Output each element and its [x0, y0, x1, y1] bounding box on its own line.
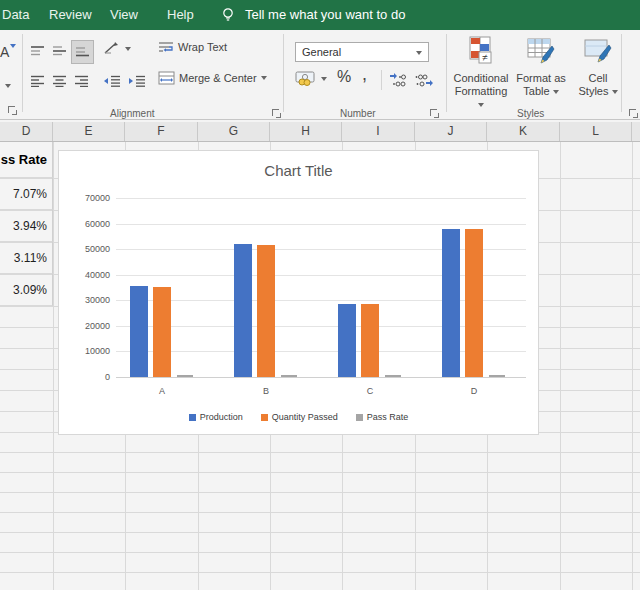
alignment-dialog-launcher-icon[interactable]: [272, 109, 281, 118]
y-axis-tick-label: 30000: [70, 295, 110, 305]
column-header-D[interactable]: D: [0, 122, 53, 141]
gridline: [0, 492, 640, 493]
column-header-L[interactable]: L: [560, 122, 632, 141]
tab-review[interactable]: Review: [49, 0, 92, 30]
align-left-button[interactable]: [30, 73, 45, 91]
bar-production-A[interactable]: [130, 286, 148, 377]
bar-quantity-passed-C[interactable]: [361, 304, 379, 377]
wrap-text-button[interactable]: Wrap Text: [158, 40, 227, 54]
dropdown-arrow[interactable]: [416, 51, 422, 55]
format-as-table-button[interactable]: Format as Table: [513, 36, 569, 98]
column-header-E[interactable]: E: [53, 122, 125, 141]
styles-group-label: Styles: [517, 108, 544, 119]
bar-quantity-passed-B[interactable]: [257, 245, 275, 377]
cell-pass-rate-value[interactable]: 3.09%: [0, 274, 53, 306]
cell-pass-rate-value[interactable]: 3.11%: [0, 242, 53, 274]
embedded-bar-chart[interactable]: Chart Title 0100002000030000400005000060…: [58, 150, 539, 435]
y-axis-tick-label: 60000: [70, 219, 110, 229]
increase-indent-button[interactable]: [128, 73, 146, 91]
cell-pass-rate-header[interactable]: ss Rate: [0, 142, 53, 178]
chart-legend[interactable]: ProductionQuantity PassedPass Rate: [59, 412, 538, 422]
group-separator: [283, 34, 284, 112]
conditional-formatting-button[interactable]: ≠ Conditional Formatting: [453, 36, 509, 111]
cell-styles-button[interactable]: Cell Styles: [570, 36, 626, 98]
increase-decimal-button[interactable]: [389, 71, 409, 91]
number-dialog-launcher-icon[interactable]: [430, 109, 439, 118]
align-bottom-button[interactable]: [71, 40, 94, 64]
x-axis-category-label: C: [355, 386, 385, 396]
dropdown-arrow[interactable]: [321, 77, 327, 81]
gridline: [0, 472, 640, 473]
bar-pass-rate-A[interactable]: [177, 375, 193, 377]
legend-item-quantity-passed[interactable]: Quantity Passed: [261, 412, 338, 422]
number-format-select[interactable]: General: [295, 42, 429, 62]
x-axis-category-label: D: [459, 386, 489, 396]
column-header-H[interactable]: H: [270, 122, 342, 141]
column-header-I[interactable]: I: [342, 122, 415, 141]
chart-title[interactable]: Chart Title: [59, 162, 538, 179]
conditional-formatting-label: Conditional: [453, 72, 508, 84]
decrease-indent-button[interactable]: [103, 73, 121, 91]
cell-styles-label: Cell: [589, 72, 608, 84]
format-as-table-label: Format as: [516, 72, 566, 84]
merge-center-button[interactable]: Merge & Center: [158, 71, 267, 85]
x-axis-category-label: B: [251, 386, 281, 396]
align-right-button[interactable]: [74, 73, 89, 91]
align-middle-button[interactable]: [52, 43, 67, 61]
bar-production-D[interactable]: [442, 229, 460, 377]
y-axis-tick-label: 70000: [70, 193, 110, 203]
merge-center-label: Merge & Center: [179, 72, 257, 84]
column-header-K[interactable]: K: [487, 122, 560, 141]
legend-item-pass-rate[interactable]: Pass Rate: [356, 412, 409, 422]
tab-help[interactable]: Help: [167, 0, 194, 30]
bar-quantity-passed-D[interactable]: [465, 229, 483, 377]
cell-pass-rate-value[interactable]: 7.07%: [0, 178, 53, 210]
styles-dialog-launcher-icon[interactable]: [629, 109, 638, 118]
group-separator: [621, 34, 622, 112]
dropdown-arrow[interactable]: [478, 103, 484, 107]
bar-pass-rate-D[interactable]: [489, 375, 505, 377]
legend-label: Pass Rate: [367, 412, 409, 422]
format-as-table-icon: [513, 36, 569, 69]
group-separator: [446, 34, 447, 112]
dropdown-arrow[interactable]: [10, 44, 16, 48]
ribbon: A Wrap Text: [0, 30, 640, 120]
comma-style-button[interactable]: ,: [362, 64, 367, 85]
tell-me-search[interactable]: Tell me what you want to do: [245, 0, 405, 30]
dropdown-arrow[interactable]: [553, 90, 559, 94]
gridline: [0, 552, 640, 553]
y-axis-tick-label: 20000: [70, 321, 110, 331]
column-header-J[interactable]: J: [415, 122, 487, 141]
legend-item-production[interactable]: Production: [189, 412, 243, 422]
column-header-F[interactable]: F: [125, 122, 198, 141]
percent-style-button[interactable]: %: [337, 68, 351, 86]
column-header-row: DEFGHIJKL: [0, 122, 640, 142]
worksheet-grid[interactable]: ss Rate7.07%3.94%3.11%3.09% Chart Title …: [0, 142, 640, 590]
accounting-format-button[interactable]: [295, 70, 317, 90]
y-axis-tick-label: 50000: [70, 244, 110, 254]
bar-production-B[interactable]: [234, 244, 252, 377]
dropdown-arrow[interactable]: [125, 47, 131, 51]
text-orientation-button[interactable]: [103, 40, 121, 60]
y-axis-tick-label: 40000: [70, 270, 110, 280]
bar-production-C[interactable]: [338, 304, 356, 377]
legend-swatch: [261, 414, 268, 421]
align-top-button[interactable]: [30, 43, 45, 61]
gridline: [0, 572, 640, 573]
column-header-G[interactable]: G: [198, 122, 270, 141]
font-dialog-launcher-icon[interactable]: [8, 106, 17, 115]
dropdown-arrow[interactable]: [261, 76, 267, 80]
font-color-remnant[interactable]: A: [0, 44, 9, 60]
bar-quantity-passed-A[interactable]: [153, 287, 171, 377]
tab-view[interactable]: View: [110, 0, 138, 30]
bar-pass-rate-C[interactable]: [385, 375, 401, 377]
dropdown-arrow[interactable]: [5, 84, 11, 88]
x-axis-category-label: A: [147, 386, 177, 396]
cell-pass-rate-value[interactable]: 3.94%: [0, 210, 53, 242]
x-axis-line: [116, 377, 526, 378]
bar-pass-rate-B[interactable]: [281, 375, 297, 377]
align-center-button[interactable]: [52, 73, 67, 91]
dropdown-arrow[interactable]: [612, 90, 618, 94]
decrease-decimal-button[interactable]: [414, 71, 434, 91]
tab-data[interactable]: Data: [2, 0, 29, 30]
